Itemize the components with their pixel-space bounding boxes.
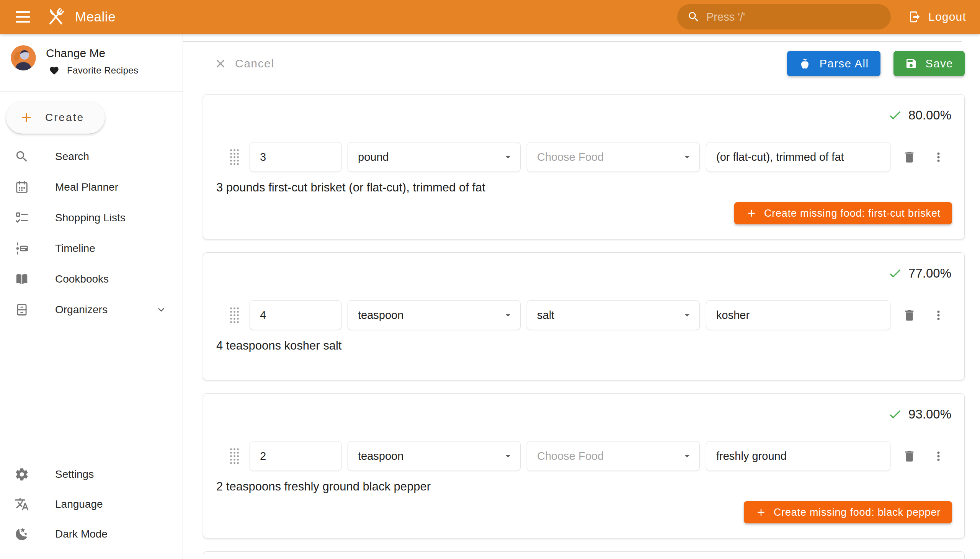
moon-stars-icon	[14, 527, 30, 541]
note-input[interactable]	[706, 142, 891, 172]
search-input[interactable]	[706, 11, 881, 23]
app-title: Mealie	[75, 9, 116, 25]
sidebar-item-meal-planner[interactable]: Meal Planner	[0, 172, 183, 203]
parse-all-button[interactable]: Parse All	[787, 51, 881, 76]
unit-input[interactable]	[348, 441, 521, 471]
save-button[interactable]: Save	[894, 51, 965, 76]
user-section: Change Me Favorite Recipes	[0, 34, 183, 91]
original-ingredient-text: 3 pounds first-cut brisket (or flat-cut)…	[216, 180, 952, 195]
original-ingredient-text: 2 teaspoons freshly ground black pepper	[216, 479, 952, 494]
timeline-icon	[14, 241, 30, 256]
ingredient-fields-row	[215, 441, 952, 471]
create-missing-food-button[interactable]: Create missing food: first-cut brisket	[734, 202, 952, 224]
plus-icon	[19, 110, 34, 125]
mealie-logo-icon	[45, 5, 68, 28]
food-input[interactable]	[527, 142, 700, 172]
save-icon	[905, 58, 917, 70]
food-input[interactable]	[527, 300, 700, 330]
close-icon	[214, 58, 226, 70]
ingredient-fields-row	[215, 300, 952, 330]
translate-icon	[14, 497, 30, 511]
card-actions: Create missing food: first-cut brisket	[215, 202, 952, 224]
confidence-row: 80.00%	[215, 108, 952, 123]
unit-input[interactable]	[348, 142, 521, 172]
note-input[interactable]	[706, 300, 891, 330]
trash-icon	[902, 150, 916, 164]
ingredient-card: 77.00%	[203, 252, 965, 380]
ingredient-fields-row	[215, 142, 952, 172]
confidence-value: 77.00%	[909, 266, 951, 281]
chevron-down-icon[interactable]	[155, 304, 167, 316]
check-icon	[888, 108, 902, 122]
delete-ingredient-button[interactable]	[899, 446, 919, 466]
parser-actions-row: Cancel Parse All Save	[203, 51, 965, 76]
unit-select	[348, 441, 521, 471]
drag-handle-icon[interactable]	[229, 307, 240, 324]
delete-ingredient-button[interactable]	[899, 305, 919, 326]
quantity-input[interactable]	[250, 441, 342, 471]
drag-handle-icon[interactable]	[229, 149, 240, 166]
global-search[interactable]	[677, 4, 891, 30]
apple-icon	[798, 58, 811, 70]
sidebar-bottom-nav: Settings Language Dark Mode	[0, 460, 183, 559]
heart-icon	[49, 66, 59, 76]
food-input[interactable]	[527, 441, 700, 471]
ingredient-card: 80.00%	[203, 94, 965, 239]
logout-label: Logout	[928, 10, 966, 23]
sidebar-item-settings[interactable]: Settings	[0, 460, 183, 489]
sidebar-item-language[interactable]: Language	[0, 489, 183, 519]
delete-ingredient-button[interactable]	[899, 147, 919, 167]
menu-icon[interactable]	[12, 7, 35, 27]
confidence-value: 93.00%	[909, 407, 951, 422]
ingredient-card: 93.00%	[203, 393, 965, 538]
sidebar-item-timeline[interactable]: Timeline	[0, 233, 183, 264]
kebab-menu-icon[interactable]	[928, 446, 949, 466]
avatar[interactable]	[11, 45, 36, 70]
kebab-menu-icon[interactable]	[928, 305, 949, 326]
trash-icon	[902, 449, 916, 463]
search-icon	[14, 149, 30, 164]
confidence-row: 77.00%	[215, 266, 952, 281]
unit-input[interactable]	[348, 300, 521, 330]
create-missing-food-button[interactable]: Create missing food: black pepper	[744, 501, 952, 523]
drag-handle-icon[interactable]	[229, 448, 240, 465]
gear-icon	[14, 467, 30, 482]
favorite-recipes-label: Favorite Recipes	[67, 65, 138, 76]
check-icon	[888, 407, 902, 422]
cancel-button[interactable]: Cancel	[214, 57, 274, 70]
ingredient-card-partial	[203, 551, 965, 559]
confidence-value: 80.00%	[909, 108, 951, 122]
sidebar: Change Me Favorite Recipes Create Search	[0, 34, 183, 559]
sidebar-item-search[interactable]: Search	[0, 141, 183, 172]
app-bar: Mealie Logout	[0, 0, 980, 34]
archive-cabinet-icon	[14, 303, 30, 317]
kebab-menu-icon[interactable]	[928, 147, 949, 167]
food-select	[527, 300, 700, 330]
food-select	[527, 142, 700, 172]
card-actions: Create missing food: black pepper	[215, 501, 952, 523]
calendar-icon	[14, 180, 30, 195]
trash-icon	[902, 308, 916, 322]
check-icon	[888, 266, 902, 281]
logout-button[interactable]: Logout	[909, 10, 966, 23]
confidence-row: 93.00%	[215, 407, 952, 422]
sidebar-item-shopping-lists[interactable]: Shopping Lists	[0, 203, 183, 233]
quantity-input[interactable]	[250, 300, 342, 330]
create-label: Create	[45, 111, 84, 124]
logout-icon	[909, 10, 921, 23]
plus-icon	[746, 208, 757, 219]
main-content: Cancel Parse All Save 80.00%	[183, 34, 980, 559]
unit-select	[348, 142, 521, 172]
checklist-icon	[14, 210, 30, 225]
favorite-recipes-link[interactable]: Favorite Recipes	[49, 65, 138, 76]
sidebar-nav: Search Meal Planner	[0, 141, 183, 325]
quantity-input[interactable]	[250, 142, 342, 172]
sidebar-item-dark-mode[interactable]: Dark Mode	[0, 519, 183, 549]
user-name: Change Me	[46, 47, 138, 60]
sidebar-divider	[0, 91, 183, 91]
sidebar-item-cookbooks[interactable]: Cookbooks	[0, 264, 183, 294]
create-button[interactable]: Create	[6, 101, 105, 134]
note-input[interactable]	[706, 441, 891, 471]
plus-icon	[755, 506, 767, 518]
sidebar-item-organizers[interactable]: Organizers	[0, 294, 183, 325]
